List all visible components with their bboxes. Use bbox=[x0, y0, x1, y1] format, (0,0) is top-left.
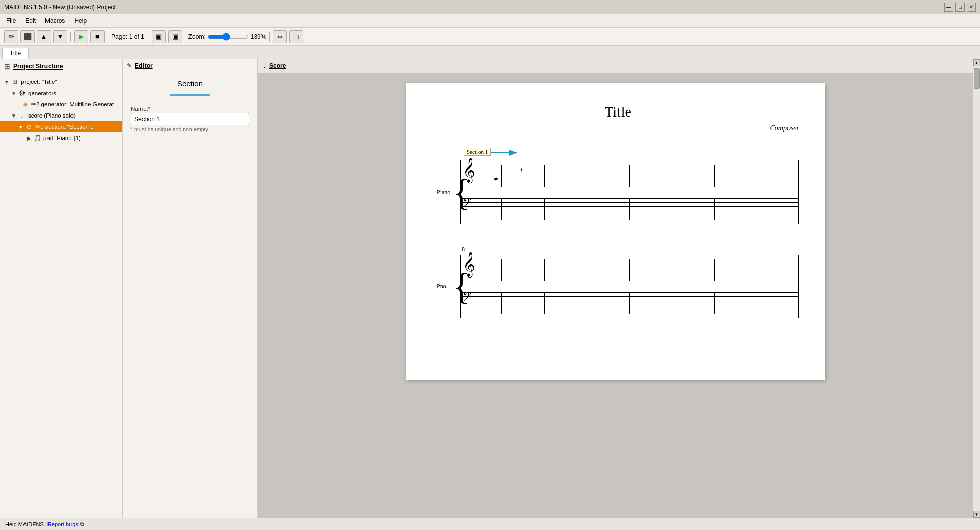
score-content[interactable]: Title Composer Section 1 bbox=[258, 73, 973, 518]
score-title: Title bbox=[437, 104, 799, 120]
score-system-2: Pno. { 8 bbox=[437, 255, 799, 318]
score-composer: Composer bbox=[437, 124, 799, 132]
name-field-group: Name:* * must be unique and non-empty bbox=[131, 106, 249, 132]
toolbar-separator-1 bbox=[70, 32, 71, 42]
name-field-hint: * must be unique and non-empty bbox=[131, 126, 249, 132]
window-title: MAIDENS 1.5.0 - New (Unsaved) Project bbox=[4, 4, 116, 11]
tree-label-project: project: "Title" bbox=[21, 79, 57, 85]
tree-toggle-score[interactable]: ▼ bbox=[10, 113, 17, 119]
tree-item-score[interactable]: ▼ ♩ score (Piano solo) bbox=[0, 110, 122, 121]
tree-label-score: score (Piano solo) bbox=[28, 112, 76, 119]
toolbar-separator-3 bbox=[269, 32, 270, 42]
treble-staff-1: 𝄞 bbox=[460, 160, 799, 190]
menu-macros[interactable]: Macros bbox=[41, 16, 69, 26]
minimize-button[interactable]: — bbox=[944, 3, 953, 12]
project-structure-icon: ⊞ bbox=[4, 62, 10, 71]
part-icon: 🎵 bbox=[33, 133, 42, 143]
menu-file[interactable]: File bbox=[2, 16, 20, 26]
toolbar: ✏ ⬛ ▲ ▼ ▶ ■ Page: 1 of 1 ▣ ▣ Zoom: 139% … bbox=[0, 28, 980, 46]
tree-item-part[interactable]: ▶ 🎵 part: Piano (1) bbox=[0, 132, 122, 144]
panel-view-button-2[interactable]: ▣ bbox=[168, 30, 182, 43]
project-structure-label[interactable]: Project Structure bbox=[13, 63, 63, 70]
arrow-exchange-button[interactable]: ⇔ bbox=[273, 30, 287, 43]
score-page: Title Composer Section 1 bbox=[406, 83, 825, 380]
external-link-icon: ⧉ bbox=[80, 521, 84, 527]
menu-help[interactable]: Help bbox=[70, 16, 91, 26]
editor-icon: ✎ bbox=[127, 62, 132, 70]
section-title-underline bbox=[170, 94, 210, 96]
tab-title[interactable]: Title bbox=[2, 48, 29, 59]
bass-staff-1: 𝄢 bbox=[460, 194, 799, 224]
tree-toggle-part[interactable]: ▶ bbox=[26, 135, 33, 141]
section-editor-title: Section bbox=[131, 79, 249, 90]
report-bugs-link[interactable]: Report bugs bbox=[47, 521, 78, 527]
project-structure-header: ⊞ Project Structure bbox=[0, 59, 122, 74]
status-bar: Help MAIDENS. Report bugs ⧉ bbox=[0, 518, 980, 530]
project-tree: ▼ ⊞ project: "Title" ▼ ⚙ generators ◈ ✏2… bbox=[0, 74, 122, 518]
treble-measures-2 bbox=[460, 259, 799, 281]
editor-content: Section Name:* * must be unique and non-… bbox=[123, 73, 257, 139]
menu-edit[interactable]: Edit bbox=[21, 16, 40, 26]
staff-system-1: Piano { bbox=[437, 160, 799, 224]
score-system-1: Section 1 Piano bbox=[437, 148, 799, 224]
system-right-barline bbox=[798, 160, 799, 224]
section-label-box: Section 1 bbox=[464, 148, 491, 156]
scroll-down-button[interactable]: ▼ bbox=[973, 511, 981, 518]
scroll-thumb[interactable] bbox=[974, 68, 980, 89]
tree-toggle-project[interactable]: ▼ bbox=[3, 79, 10, 85]
bass-measures-2 bbox=[460, 292, 799, 314]
treble-staff-2: 8 𝄞 bbox=[460, 255, 799, 284]
system2-right-barline bbox=[798, 255, 799, 318]
help-text: Help MAIDENS. bbox=[5, 521, 45, 527]
project-icon: ⊞ bbox=[10, 77, 19, 86]
close-button[interactable]: ✕ bbox=[967, 3, 976, 12]
play-button[interactable]: ▶ bbox=[74, 30, 88, 43]
eraser-tool-button[interactable]: ⬛ bbox=[20, 30, 35, 43]
title-bar: MAIDENS 1.5.0 - New (Unsaved) Project — … bbox=[0, 0, 980, 14]
score-header: ♩ Score bbox=[258, 59, 973, 73]
toolbar-separator-2 bbox=[108, 32, 108, 42]
tree-item-generator[interactable]: ◈ ✏2 generator: Multiline Generat bbox=[0, 99, 122, 110]
section-icon: ⊙ bbox=[25, 122, 34, 131]
score-panel: ♩ Score Title Composer Section 1 bbox=[258, 59, 973, 518]
arrow-down-button[interactable]: ▼ bbox=[53, 30, 67, 43]
scroll-track[interactable] bbox=[973, 66, 980, 511]
scroll-up-button[interactable]: ▲ bbox=[973, 59, 981, 66]
right-scrollbar: ▲ ▼ bbox=[973, 59, 980, 518]
treble-measures-1 bbox=[460, 165, 799, 187]
score-icon: ♩ bbox=[17, 111, 27, 120]
editor-header: ✎ Editor bbox=[123, 59, 257, 73]
left-panel: ⊞ Project Structure ▼ ⊞ project: "Title"… bbox=[0, 59, 123, 518]
section-arrow bbox=[491, 148, 521, 158]
tree-label-generators: generators bbox=[28, 90, 56, 96]
zoom-slider[interactable] bbox=[208, 33, 249, 41]
bass-measures-1 bbox=[460, 198, 799, 220]
score-header-icon: ♩ bbox=[263, 62, 266, 70]
score-header-label: Score bbox=[269, 62, 286, 70]
middle-panel: ✎ Editor Section Name:* * must be unique… bbox=[123, 59, 258, 518]
stop-button[interactable]: ■ bbox=[90, 30, 105, 43]
tree-item-generators[interactable]: ▼ ⚙ generators bbox=[0, 87, 122, 99]
tree-label-section: ✏1 section: "Section 1" bbox=[35, 123, 96, 130]
page-info: Page: 1 of 1 bbox=[111, 33, 145, 40]
main-layout: ⊞ Project Structure ▼ ⊞ project: "Title"… bbox=[0, 59, 980, 518]
zoom-area: Zoom: 139% bbox=[188, 33, 267, 41]
tree-item-project[interactable]: ▼ ⊞ project: "Title" bbox=[0, 76, 122, 87]
editor-label[interactable]: Editor bbox=[135, 62, 153, 70]
tree-item-section[interactable]: ▼ ⊙ ✏1 section: "Section 1" bbox=[0, 121, 122, 132]
tree-label-generator: ✏2 generator: Multiline Generat bbox=[31, 101, 114, 108]
generators-icon: ⚙ bbox=[17, 88, 27, 98]
zoom-label: Zoom: bbox=[188, 33, 206, 40]
dotted-rect-button[interactable]: ⬚ bbox=[289, 30, 303, 43]
arrow-up-button[interactable]: ▲ bbox=[37, 30, 51, 43]
tab-row: Title bbox=[0, 46, 980, 59]
tree-toggle-generators[interactable]: ▼ bbox=[10, 90, 17, 96]
pencil-tool-button[interactable]: ✏ bbox=[4, 30, 18, 43]
name-field-input[interactable] bbox=[131, 113, 249, 125]
panel-view-button-1[interactable]: ▣ bbox=[152, 30, 166, 43]
measure-number-8: 8 bbox=[462, 246, 465, 252]
zoom-value: 139% bbox=[251, 33, 267, 40]
name-field-label: Name:* bbox=[131, 106, 249, 112]
tree-toggle-section[interactable]: ▼ bbox=[17, 124, 25, 130]
restore-button[interactable]: □ bbox=[955, 3, 965, 12]
